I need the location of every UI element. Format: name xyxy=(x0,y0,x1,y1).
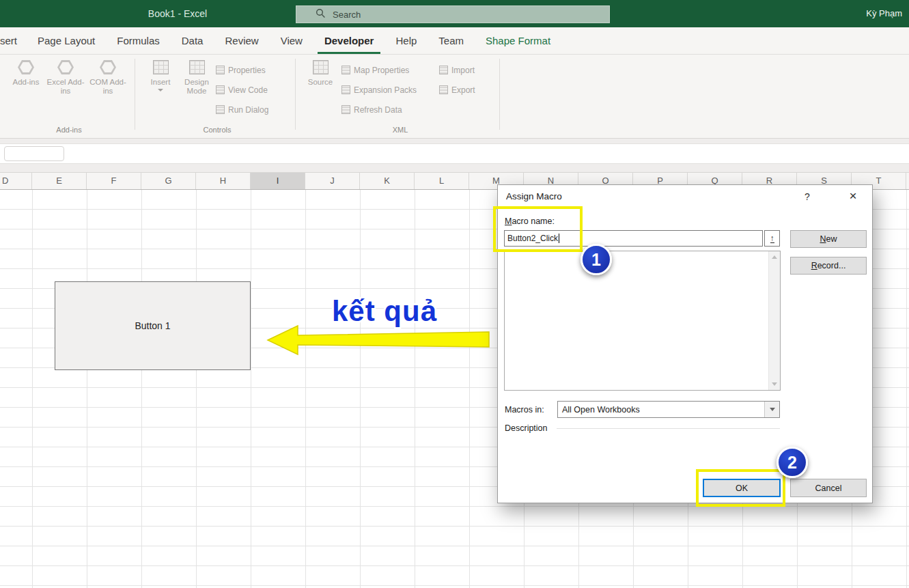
column-header-F[interactable]: F xyxy=(87,173,141,189)
column-header-G[interactable]: G xyxy=(141,173,196,189)
ribbon: Add-ins Excel Add-ins COM Add-ins Add-in… xyxy=(0,55,909,139)
tab-data[interactable]: Data xyxy=(171,27,214,54)
tab-sert[interactable]: sert xyxy=(0,27,27,54)
expansion-packs-label: Expansion Packs xyxy=(354,85,417,95)
macros-in-value: All Open Workbooks xyxy=(558,405,764,415)
listbox-scrollbar[interactable] xyxy=(768,251,780,390)
design-mode-icon xyxy=(189,60,205,74)
map-properties-button[interactable]: Map Properties xyxy=(341,64,417,76)
step-1-badge: 1 xyxy=(581,244,612,275)
ribbon-group-controls: Insert Design Mode Properties View Code xyxy=(139,57,295,135)
name-box[interactable] xyxy=(4,146,64,161)
new-button-mnemonic: N xyxy=(820,234,826,244)
column-header-E[interactable]: E xyxy=(32,173,87,189)
close-icon[interactable]: × xyxy=(838,185,868,208)
xml-source-button[interactable]: Source xyxy=(305,60,336,87)
step-2-number: 2 xyxy=(787,453,797,473)
excel-window: Book1 - Excel Search Kỳ Phạm sertPage La… xyxy=(0,0,909,588)
refresh-data-label: Refresh Data xyxy=(354,105,402,115)
add-ins-button[interactable]: Add-ins xyxy=(10,60,42,87)
macros-in-dropdown[interactable]: All Open Workbooks xyxy=(557,401,780,418)
expansion-packs-button[interactable]: Expansion Packs xyxy=(341,83,417,96)
tab-shape-format[interactable]: Shape Format xyxy=(475,27,561,54)
column-header-D[interactable]: D xyxy=(0,173,32,189)
refresh-data-button[interactable]: Refresh Data xyxy=(341,103,417,116)
formula-bar-strip xyxy=(0,139,909,172)
tab-view[interactable]: View xyxy=(270,27,313,54)
macros-in-label: Macros in: xyxy=(505,405,544,415)
import-icon xyxy=(439,66,448,74)
dropdown-arrow-icon xyxy=(770,408,775,411)
insert-control-button[interactable]: Insert xyxy=(145,60,176,92)
titlebar: Book1 - Excel Search Kỳ Phạm xyxy=(0,0,909,27)
step-1-number: 1 xyxy=(591,250,601,270)
tab-help[interactable]: Help xyxy=(384,27,428,54)
step-2-badge: 2 xyxy=(777,447,808,478)
column-header-J[interactable]: J xyxy=(305,173,360,189)
view-code-label: View Code xyxy=(228,85,268,95)
map-properties-label: Map Properties xyxy=(354,66,409,75)
scroll-up-icon xyxy=(772,255,777,259)
insert-control-label: Insert xyxy=(151,78,171,87)
excel-add-ins-label: Excel Add-ins xyxy=(46,78,85,96)
design-mode-label: Design Mode xyxy=(179,78,214,96)
run-dialog-button[interactable]: Run Dialog xyxy=(216,103,268,116)
new-button-rest: ew xyxy=(826,234,837,244)
group-label-xml: XML xyxy=(300,126,500,134)
tab-review[interactable]: Review xyxy=(214,27,269,54)
tab-developer[interactable]: Developer xyxy=(313,27,385,54)
description-divider xyxy=(557,428,780,429)
run-dialog-label: Run Dialog xyxy=(228,105,268,115)
dialog-title: Assign Macro xyxy=(506,185,562,208)
search-icon xyxy=(316,8,326,21)
scroll-down-button[interactable] xyxy=(769,378,780,390)
refresh-data-icon xyxy=(341,105,350,114)
help-button[interactable]: ? xyxy=(796,185,819,208)
import-label: Import xyxy=(451,66,475,75)
group-label-addins: Add-ins xyxy=(4,126,134,134)
excel-add-ins-button[interactable]: Excel Add-ins xyxy=(46,60,85,96)
group-divider xyxy=(295,59,296,130)
view-code-icon xyxy=(216,85,225,94)
record-button-mnemonic: R xyxy=(811,261,817,270)
view-code-button[interactable]: View Code xyxy=(216,83,268,96)
scroll-up-button[interactable] xyxy=(769,251,780,263)
import-button[interactable]: Import xyxy=(439,64,475,76)
column-header-I[interactable]: I xyxy=(251,173,305,189)
export-icon xyxy=(439,85,448,94)
com-add-ins-button[interactable]: COM Add-ins xyxy=(89,60,127,96)
search-placeholder: Search xyxy=(333,10,361,20)
properties-icon xyxy=(216,66,225,74)
tab-page-layout[interactable]: Page Layout xyxy=(27,27,106,54)
tab-team[interactable]: Team xyxy=(428,27,475,54)
design-mode-button[interactable]: Design Mode xyxy=(179,60,214,96)
user-name[interactable]: Kỳ Phạm xyxy=(866,0,902,27)
column-header-K[interactable]: K xyxy=(360,173,415,189)
collapse-dialog-button[interactable]: ↑ xyxy=(764,230,780,247)
column-header-L[interactable]: L xyxy=(415,173,469,189)
record-button[interactable]: Record... xyxy=(790,257,867,275)
dropdown-arrow-button[interactable] xyxy=(764,402,779,417)
tab-formulas[interactable]: Formulas xyxy=(106,27,171,54)
column-header-H[interactable]: H xyxy=(196,173,251,189)
add-ins-label: Add-ins xyxy=(13,78,40,87)
properties-button[interactable]: Properties xyxy=(216,64,268,76)
map-properties-icon xyxy=(341,66,350,74)
macro-listbox[interactable] xyxy=(504,251,781,391)
group-divider xyxy=(499,59,500,130)
ribbon-group-addins: Add-ins Excel Add-ins COM Add-ins Add-in… xyxy=(4,57,134,135)
properties-label: Properties xyxy=(228,66,266,75)
dialog-titlebar[interactable]: Assign Macro ? × xyxy=(498,185,872,208)
export-button[interactable]: Export xyxy=(439,83,475,96)
search-box[interactable]: Search xyxy=(296,5,610,23)
formula-bar[interactable] xyxy=(0,143,909,164)
group-divider xyxy=(135,59,135,130)
new-button[interactable]: New xyxy=(790,230,867,248)
cancel-button[interactable]: Cancel xyxy=(790,479,867,497)
chevron-down-icon xyxy=(158,89,163,92)
com-add-ins-label: COM Add-ins xyxy=(89,78,127,96)
result-annotation-text: kết quả xyxy=(332,295,437,328)
highlight-macro-name xyxy=(493,206,583,252)
sheet-button1[interactable]: Button 1 xyxy=(55,281,251,370)
expansion-packs-icon xyxy=(341,85,350,94)
